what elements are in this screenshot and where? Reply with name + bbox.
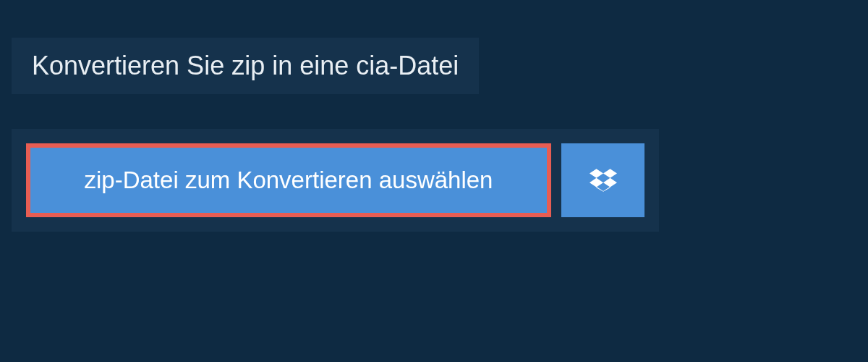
dropbox-icon [590,167,617,194]
dropbox-button[interactable] [561,143,644,217]
select-file-button[interactable]: zip-Datei zum Konvertieren auswählen [26,143,551,217]
page-title-bar: Konvertieren Sie zip in eine cia-Datei [12,38,479,94]
select-file-label: zip-Datei zum Konvertieren auswählen [85,167,493,194]
upload-panel: zip-Datei zum Konvertieren auswählen [12,129,659,232]
page-title: Konvertieren Sie zip in eine cia-Datei [32,51,459,81]
